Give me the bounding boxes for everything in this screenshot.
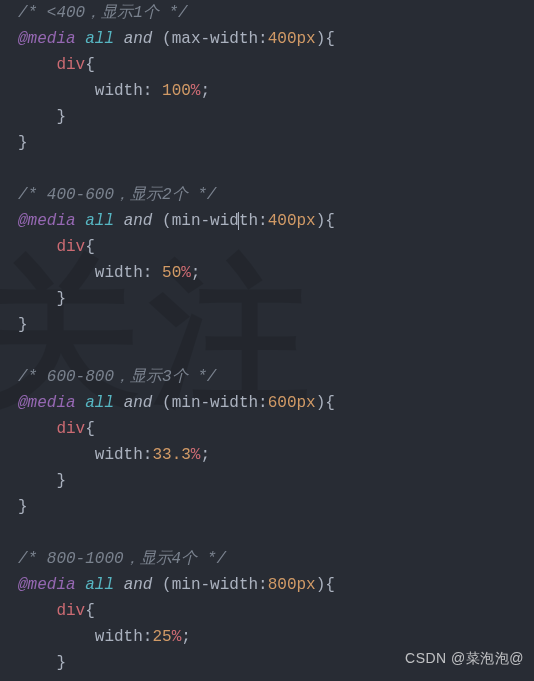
css-property: width [95, 446, 143, 464]
close-paren-brace: ){ [316, 394, 335, 412]
media-feature: min-width [172, 394, 258, 412]
at-media-keyword: @media [18, 576, 76, 594]
code-comment: /* <400，显示1个 */ [18, 4, 188, 22]
breakpoint-value: 400px [268, 30, 316, 48]
code-comment: /* 800-1000，显示4个 */ [18, 550, 226, 568]
css-value-number: 25 [152, 628, 171, 646]
breakpoint-value: 800px [268, 576, 316, 594]
and-keyword: and [124, 394, 153, 412]
selector-div: div [56, 56, 85, 74]
prop-colon: : [143, 628, 153, 646]
prop-colon: : [143, 82, 162, 100]
media-type: all [85, 576, 114, 594]
selector-div: div [56, 602, 85, 620]
close-paren-brace: ){ [316, 30, 335, 48]
and-keyword: and [124, 30, 153, 48]
css-value-unit: % [181, 264, 191, 282]
semicolon: ; [181, 628, 191, 646]
prop-colon: : [143, 446, 153, 464]
and-keyword: and [124, 576, 153, 594]
at-media-keyword: @media [18, 30, 76, 48]
selector-div: div [56, 420, 85, 438]
css-property: width [95, 628, 143, 646]
at-media-keyword: @media [18, 212, 76, 230]
code-comment: /* 400-600，显示2个 */ [18, 186, 216, 204]
open-brace: { [85, 602, 95, 620]
css-value-number: 50 [162, 264, 181, 282]
colon: : [258, 394, 268, 412]
open-paren: ( [162, 576, 172, 594]
at-media-keyword: @media [18, 394, 76, 412]
breakpoint-value: 600px [268, 394, 316, 412]
prop-colon: : [143, 264, 162, 282]
semicolon: ; [200, 82, 210, 100]
css-value-unit: % [191, 82, 201, 100]
css-property: width [95, 264, 143, 282]
media-type: all [85, 30, 114, 48]
close-brace-outer: } [18, 498, 28, 516]
css-value-number: 33.3 [152, 446, 190, 464]
selector-div: div [56, 238, 85, 256]
colon: : [258, 576, 268, 594]
css-property: width [95, 82, 143, 100]
media-type: all [85, 212, 114, 230]
colon: : [258, 30, 268, 48]
breakpoint-value: 400px [268, 212, 316, 230]
media-type: all [85, 394, 114, 412]
media-feature: min-width [172, 576, 258, 594]
open-paren: ( [162, 212, 172, 230]
code-comment: /* 600-800，显示3个 */ [18, 368, 216, 386]
close-brace-outer: } [18, 134, 28, 152]
open-brace: { [85, 420, 95, 438]
semicolon: ; [200, 446, 210, 464]
close-brace-inner: } [56, 290, 66, 308]
close-brace-inner: } [56, 654, 66, 672]
close-brace-inner: } [56, 108, 66, 126]
css-value-unit: % [172, 628, 182, 646]
close-brace-inner: } [56, 472, 66, 490]
semicolon: ; [191, 264, 201, 282]
open-brace: { [85, 56, 95, 74]
close-paren-brace: ){ [316, 212, 335, 230]
csdn-watermark: CSDN @菜泡泡@ [405, 645, 524, 671]
close-paren-brace: ){ [316, 576, 335, 594]
colon: : [258, 212, 268, 230]
css-value-number: 100 [162, 82, 191, 100]
code-block: /* <400，显示1个 */ @media all and (max-widt… [0, 0, 534, 676]
close-brace-outer: } [18, 316, 28, 334]
open-brace: { [85, 238, 95, 256]
css-value-unit: % [191, 446, 201, 464]
open-paren: ( [162, 394, 172, 412]
and-keyword: and [124, 212, 153, 230]
text-cursor [238, 212, 239, 230]
open-paren: ( [162, 30, 172, 48]
media-feature: max-width [172, 30, 258, 48]
media-feature: min-width [172, 212, 258, 230]
